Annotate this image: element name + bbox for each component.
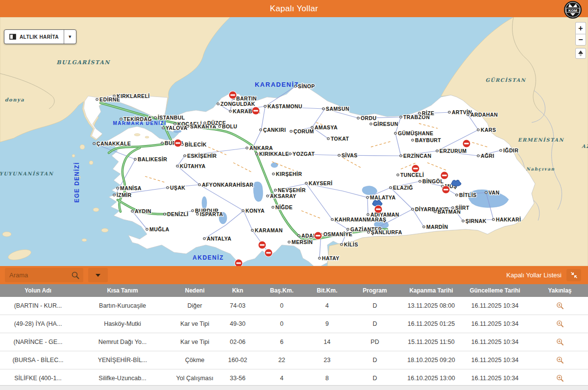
zoom-in-button[interactable]: +	[575, 22, 586, 34]
city-label: BİLECİK	[185, 142, 207, 147]
road-closed-icon[interactable]	[229, 91, 237, 99]
city-marker-ESKİŞEHİR: ESKİŞEHİR	[184, 153, 217, 159]
road-closed-icon[interactable]	[265, 249, 273, 257]
country-label: BULGARİSTAN	[56, 59, 110, 66]
search-filter-dropdown[interactable]	[88, 268, 108, 282]
country-label: YUNANİSTAN	[8, 171, 54, 176]
table-row[interactable]: (49-28) İYA (HA...Hasköy-MutkiKar ve Tip…	[0, 315, 588, 333]
cell-Nedeni: Çökme	[169, 351, 220, 369]
cell-Baş.Km.: 22	[255, 351, 309, 369]
sea-label: AKDENİZ	[193, 254, 224, 261]
city-marker-ANKARA: ANKARA	[246, 145, 273, 151]
cell-Kkn: 33-56	[220, 369, 255, 387]
column-header-3: Nedeni	[169, 284, 220, 297]
city-marker-HATAY: HATAY	[318, 255, 340, 261]
city-label: SİİRT	[455, 205, 469, 211]
road-closed-icon[interactable]	[174, 139, 182, 147]
road-closed-icon[interactable]	[412, 165, 420, 173]
city-label: OSMANİYE	[323, 231, 352, 237]
city-marker-ÇANKIRI: ÇANKIRI	[260, 127, 286, 133]
cell-Kkn: 49-30	[220, 315, 255, 333]
search-box	[5, 268, 83, 282]
table-row[interactable]: (NARİNCE - GE...Nemrut Dağı Yo...Kar ve …	[0, 333, 588, 351]
city-label: ERZURUM	[440, 148, 466, 154]
zoom-slider-button[interactable]	[575, 48, 586, 59]
city-marker-MANİSA: MANİSA	[117, 185, 142, 191]
city-label: NİĞDE	[275, 204, 293, 210]
city-label: KÜTAHYA	[180, 163, 205, 169]
cell-Yolun Adı: (NARİNCE - GE...	[0, 333, 76, 351]
road-closed-icon[interactable]	[463, 140, 471, 148]
zoom-to-road-button[interactable]	[532, 333, 588, 351]
road-closed-icon[interactable]	[258, 241, 267, 249]
zoom-controls: + −	[575, 22, 586, 59]
road-closed-icon[interactable]	[442, 186, 450, 194]
closed-roads-table: Yolun AdıKısa TanımNedeniKknBaş.Km.Bit.K…	[0, 284, 588, 388]
city-marker-İSTANBUL: İSTANBUL	[154, 115, 185, 121]
city-label: ÇANAKKALE	[97, 141, 131, 146]
sea-label: EGE DENİZİ	[73, 162, 80, 202]
city-label: ANTALYA	[207, 236, 231, 242]
svg-text:KGM: KGM	[568, 8, 577, 13]
cell-Baş.Km.: 6	[255, 333, 309, 351]
road-closed-icon[interactable]	[252, 107, 260, 115]
city-marker-ANTALYA: ANTALYA	[203, 236, 231, 242]
map-canvas[interactable]: KARADENİZMARMARA DENİZİEGE DENİZİAKDENİZ…	[0, 17, 588, 266]
city-marker-SAMSUN: SAMSUN	[322, 106, 349, 112]
city-label: UŞAK	[170, 185, 185, 191]
city-label: ERZİNCAN	[403, 153, 431, 159]
cell-Program: D	[345, 315, 404, 333]
zoom-to-road-icon[interactable]	[556, 374, 564, 382]
road-closed-icon[interactable]	[314, 232, 322, 240]
zoom-to-road-icon[interactable]	[556, 356, 564, 364]
city-marker-KONYA: KONYA	[242, 208, 265, 214]
cell-Güncelleme Tarihi: 16.11.2025 10:34	[458, 333, 532, 351]
table-body: (BARTIN - KUR...Bartın-KurucaşileDiğer74…	[0, 297, 588, 388]
zoom-to-road-button[interactable]	[532, 369, 588, 387]
cell-Kısa Tanım: Bartın-Kurucaşile	[76, 297, 169, 315]
city-label: HAKKARİ	[496, 217, 521, 222]
city-label: AKSARAY	[270, 193, 296, 199]
zoom-to-road-icon[interactable]	[556, 320, 564, 328]
cell-Kısa Tanım: Nemrut Dağı Yo...	[76, 333, 169, 351]
city-label: AMASYA	[315, 124, 338, 130]
city-label: YOZGAT	[293, 151, 315, 157]
table-scroll-strip[interactable]	[0, 385, 588, 390]
cell-Bit.Km.: 9	[309, 315, 345, 333]
basemap-dropdown-caret[interactable]: ▼	[64, 30, 76, 44]
basemap-button[interactable]: ALTLIK HARİTA ▼	[4, 29, 76, 44]
city-label: BİTLİS	[459, 192, 477, 198]
city-marker-MERSİN: MERSİN	[288, 239, 313, 245]
table-row[interactable]: (BARTIN - KUR...Bartın-KurucaşileDiğer74…	[0, 297, 588, 315]
road-closed-icon[interactable]	[441, 171, 449, 180]
zoom-to-road-icon[interactable]	[556, 338, 564, 346]
zoom-out-button[interactable]: −	[575, 34, 586, 46]
city-marker-ISPARTA: ISPARTA	[196, 211, 223, 217]
search-input[interactable]	[5, 268, 83, 282]
zoom-to-road-button[interactable]	[532, 315, 588, 333]
city-label: ÇORUM	[294, 128, 314, 134]
cell-Kkn: 74-03	[220, 297, 255, 315]
city-marker-HAKKARİ: HAKKARİ	[492, 217, 521, 222]
city-marker-NİĞDE: NİĞDE	[272, 204, 293, 210]
zoom-to-road-button[interactable]	[532, 297, 588, 315]
collapse-list-button[interactable]	[566, 269, 581, 281]
city-label: MUĞLA	[149, 226, 170, 232]
city-marker-GİRESUN: GİRESUN	[370, 121, 398, 127]
zoom-to-road-button[interactable]	[532, 351, 588, 369]
city-label: ISPARTA	[200, 211, 223, 217]
country-label: Nahçıvan	[526, 167, 555, 171]
city-label: TEKİRDAĞ	[123, 116, 152, 122]
city-label: ESKİŞEHİR	[187, 153, 217, 159]
zoom-to-road-icon[interactable]	[556, 302, 564, 310]
country-label: ERMENİSTAN	[518, 137, 564, 143]
city-label: AĞRI	[481, 153, 494, 159]
city-label: YALOVA	[166, 125, 187, 131]
table-row[interactable]: (BURSA - BİLEC...YENİŞEHİR-BİL...Çökme16…	[0, 351, 588, 369]
city-marker-KAHRAMANMARAŞ: KAHRAMANMARAŞ	[331, 217, 387, 222]
city-marker-ELAZIĞ: ELAZIĞ	[390, 185, 413, 191]
city-marker-KIRIKKALE: KIRIKKALE	[256, 151, 289, 157]
city-label: KAYSERİ	[309, 180, 333, 186]
road-closed-icon[interactable]	[374, 205, 383, 214]
city-label: KAHRAMANMARAŞ	[335, 217, 387, 222]
